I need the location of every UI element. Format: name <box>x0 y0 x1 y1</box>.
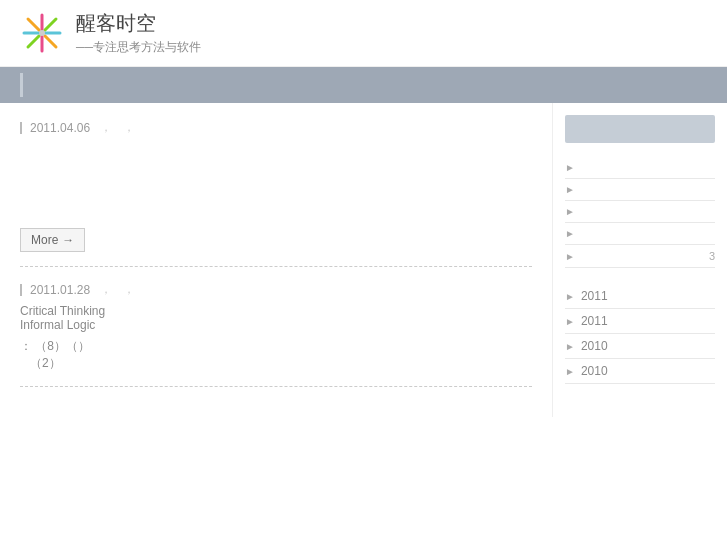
post-author-2 <box>139 283 142 297</box>
svg-line-6 <box>45 19 56 30</box>
archive-label-3: 2010 <box>581 364 608 378</box>
archive-bullet-1: ► <box>565 316 575 327</box>
svg-line-7 <box>28 36 39 47</box>
archive-item-2[interactable]: ► 2010 <box>565 334 715 359</box>
post-meta-bar-2 <box>20 284 22 296</box>
bullet-icon-2: ► <box>565 206 575 217</box>
post-sep1-1: ， <box>100 119 112 136</box>
navbar-highlight <box>20 73 23 97</box>
site-title: 醒客时空 <box>76 10 201 37</box>
sidebar-nav-item-4[interactable]: ► 3 <box>565 245 715 268</box>
svg-point-8 <box>39 30 45 36</box>
archive-bullet-3: ► <box>565 366 575 377</box>
comment-prefix: ： <box>20 339 32 353</box>
sidebar-nav-item-0[interactable]: ► <box>565 157 715 179</box>
bullet-icon-3: ► <box>565 228 575 239</box>
post-sep2-2: ， <box>123 281 135 298</box>
sidebar-nav-item-1[interactable]: ► <box>565 179 715 201</box>
post-date-1: 2011.04.06 <box>30 121 90 135</box>
bullet-icon-0: ► <box>565 162 575 173</box>
post-meta-1: 2011.04.06 ， ， <box>20 119 532 136</box>
archive-label-1: 2011 <box>581 314 608 328</box>
bullet-icon-4: ► <box>565 251 575 262</box>
content-area: 2011.04.06 ， ， More → 2011.01.28 ， ， <box>0 103 552 417</box>
comment-line1: （8）（） <box>35 339 90 353</box>
post-author-1 <box>139 121 142 135</box>
post-tags-2: Critical Thinking Informal Logic <box>20 304 532 332</box>
site-subtitle: ──专注思考方法与软件 <box>76 39 201 56</box>
svg-line-5 <box>45 36 56 47</box>
sidebar-nav-item-2[interactable]: ► <box>565 201 715 223</box>
archive-item-3[interactable]: ► 2010 <box>565 359 715 384</box>
post-tag-1: Critical Thinking <box>20 304 532 318</box>
archive-item-1[interactable]: ► 2011 <box>565 309 715 334</box>
sidebar-nav-item-3[interactable]: ► <box>565 223 715 245</box>
post-comments-2: ： （8）（） （2） <box>20 338 532 372</box>
archive-bullet-0: ► <box>565 291 575 302</box>
post-meta-2: 2011.01.28 ， ， <box>20 281 532 298</box>
search-box[interactable] <box>565 115 715 143</box>
site-title-block: 醒客时空 ──专注思考方法与软件 <box>76 10 201 56</box>
post-date-2: 2011.01.28 <box>30 283 90 297</box>
more-arrow-1: → <box>62 233 74 247</box>
svg-line-4 <box>28 19 39 30</box>
more-label-1: More <box>31 233 58 247</box>
archive-label-2: 2010 <box>581 339 608 353</box>
main-layout: 2011.04.06 ， ， More → 2011.01.28 ， ， <box>0 103 727 417</box>
post-meta-bar <box>20 122 22 134</box>
navbar <box>0 67 727 103</box>
post-sep2-1: ， <box>123 119 135 136</box>
sidebar: ► ► ► ► ► 3 ► <box>552 103 727 417</box>
post-body-1 <box>20 142 532 222</box>
post-tag-2: Informal Logic <box>20 318 532 332</box>
post-cat-2 <box>116 283 119 297</box>
archive-label-0: 2011 <box>581 289 608 303</box>
post-cat-1 <box>116 121 119 135</box>
bullet-icon-1: ► <box>565 184 575 195</box>
post-entry-1: 2011.04.06 ， ， More → <box>20 119 532 267</box>
sidebar-nav-list: ► ► ► ► ► 3 <box>565 157 715 268</box>
archive-bullet-2: ► <box>565 341 575 352</box>
comment-line2: （2） <box>30 356 61 370</box>
post-entry-2: 2011.01.28 ， ， Critical Thinking Informa… <box>20 281 532 387</box>
nav-item-count-4: 3 <box>709 250 715 262</box>
archive-list: ► 2011 ► 2011 ► 2010 ► 2010 <box>565 284 715 384</box>
post-sep1-2: ， <box>100 281 112 298</box>
more-button-1[interactable]: More → <box>20 228 85 252</box>
site-header: 醒客时空 ──专注思考方法与软件 <box>0 0 727 67</box>
archive-item-0[interactable]: ► 2011 <box>565 284 715 309</box>
site-logo <box>20 11 64 55</box>
